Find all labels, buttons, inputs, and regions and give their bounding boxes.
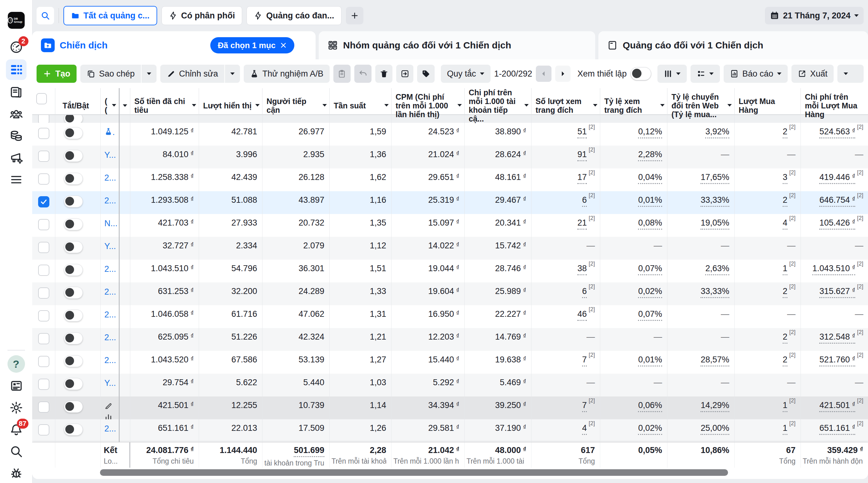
- cell-pur: 4[2]: [735, 214, 801, 237]
- row-toggle[interactable]: [64, 196, 83, 207]
- selected-count-pill[interactable]: Đã chọn 1 mục: [210, 37, 294, 54]
- campaign-name-link[interactable]: Y...: [104, 378, 116, 388]
- sidebar-item-billing[interactable]: [6, 126, 27, 146]
- row-checkbox[interactable]: [38, 401, 50, 413]
- row-checkbox[interactable]: [38, 333, 50, 344]
- row-toggle[interactable]: [64, 150, 83, 162]
- sidebar-item-notifications[interactable]: 87: [6, 420, 27, 439]
- tag-button[interactable]: [417, 65, 434, 83]
- campaign-name-link[interactable]: Y...: [104, 150, 116, 160]
- sidebar-item-overview[interactable]: 2: [6, 37, 27, 57]
- scrollbar-thumb[interactable]: [100, 469, 728, 476]
- sidebar-item-news[interactable]: [6, 376, 27, 395]
- campaign-name-link[interactable]: N...: [104, 219, 118, 228]
- ab-test-button[interactable]: Thử nghiệm A/B: [244, 65, 330, 83]
- app-logo[interactable]: DB Group: [8, 12, 25, 29]
- empty-value: —: [787, 309, 796, 319]
- row-toggle[interactable]: [64, 264, 83, 276]
- campaign-name-link[interactable]: 2...: [104, 173, 116, 183]
- duplicate-button[interactable]: Sao chép: [80, 65, 141, 83]
- ads-panel-tab[interactable]: Quảng cáo đối với 1 Chiến dịch: [598, 31, 868, 59]
- edit-pencil-icon[interactable]: [104, 402, 113, 410]
- row-checkbox[interactable]: [38, 128, 50, 139]
- edit-more-button[interactable]: [225, 65, 240, 83]
- row-checkbox[interactable]: [38, 356, 50, 367]
- view-setup-toggle[interactable]: [630, 67, 651, 80]
- rules-button[interactable]: Quy tắc: [441, 65, 491, 83]
- export-more-button[interactable]: [837, 65, 864, 83]
- sidebar-item-all-tools[interactable]: [6, 170, 27, 189]
- row-checkbox[interactable]: [38, 115, 50, 123]
- campaigns-panel-tab[interactable]: Chiến dịch Đã chọn 1 mục: [32, 31, 316, 59]
- close-icon[interactable]: [280, 42, 287, 49]
- prev-page-button[interactable]: [536, 66, 551, 82]
- undo-button[interactable]: [354, 65, 372, 83]
- campaign-name-link[interactable]: .: [113, 127, 115, 137]
- row-checkbox[interactable]: [38, 424, 50, 436]
- campaign-name-link[interactable]: Y...: [104, 242, 116, 251]
- row-toggle[interactable]: [64, 173, 83, 185]
- add-tab-button[interactable]: [346, 7, 363, 24]
- sidebar-item-report-bug[interactable]: [6, 463, 27, 483]
- row-toggle[interactable]: [64, 378, 83, 390]
- sidebar-item-ads-settings[interactable]: [6, 148, 27, 167]
- sidebar-item-help[interactable]: ?: [6, 354, 27, 374]
- campaign-name-link[interactable]: 2...: [104, 356, 116, 365]
- campaign-name-link[interactable]: 2...: [104, 424, 116, 433]
- row-toggle[interactable]: [64, 241, 83, 253]
- review-publish-button[interactable]: [396, 65, 413, 83]
- chevron-down-icon: [147, 72, 151, 75]
- row-checkbox[interactable]: [38, 310, 50, 321]
- sidebar-item-campaigns[interactable]: [6, 59, 27, 80]
- row-toggle[interactable]: [64, 424, 83, 436]
- tab-had-delivery[interactable]: Có phân phối: [161, 6, 242, 25]
- table-row: .1.049.125₫42.78126.9771,5924.523₫38.890…: [32, 123, 868, 146]
- search-button[interactable]: [36, 7, 54, 24]
- tab-active-ads[interactable]: Quảng cáo đan...: [247, 6, 342, 25]
- row-checkbox[interactable]: [38, 219, 50, 230]
- row-toggle[interactable]: [64, 355, 83, 367]
- campaign-name-link[interactable]: 2...: [104, 333, 116, 343]
- create-button[interactable]: Tạo: [36, 65, 76, 83]
- duplicate-more-button[interactable]: [142, 65, 157, 83]
- edit-button[interactable]: Chỉnh sửa: [160, 65, 224, 83]
- row-checkbox[interactable]: [38, 287, 50, 299]
- row-toggle[interactable]: [64, 115, 83, 123]
- row-toggle[interactable]: [64, 127, 83, 139]
- metric-value: 33,33%: [701, 195, 729, 207]
- columns-button[interactable]: [657, 65, 687, 83]
- row-checkbox[interactable]: [38, 242, 50, 253]
- view-chart-icon[interactable]: [104, 412, 113, 419]
- row-toggle[interactable]: [64, 310, 83, 321]
- date-range-button[interactable]: 21 Tháng 7, 2024: [765, 7, 864, 24]
- campaign-name-link[interactable]: 2...: [104, 264, 116, 274]
- row-checkbox[interactable]: [38, 173, 50, 185]
- sidebar-item-audiences[interactable]: [6, 104, 27, 124]
- adsets-panel-tab[interactable]: Nhóm quảng cáo đối với 1 Chiến dịch: [319, 31, 595, 59]
- campaign-name-link[interactable]: 2...: [104, 196, 116, 205]
- row-checkbox[interactable]: [38, 265, 50, 276]
- sidebar-item-pages[interactable]: [6, 83, 27, 102]
- sidebar-item-search[interactable]: [6, 442, 27, 461]
- row-checkbox[interactable]: [38, 151, 50, 162]
- tab-all-ads[interactable]: Tất cả quảng c...: [63, 6, 157, 25]
- dong-symbol: ₫: [456, 355, 459, 362]
- metric-value: 28.624₫: [495, 150, 526, 159]
- row-toggle[interactable]: [64, 218, 83, 230]
- export-button[interactable]: Xuất: [792, 65, 834, 83]
- cell-lpr: 0,01%: [600, 351, 668, 374]
- row-checkbox[interactable]: [38, 196, 50, 207]
- row-toggle[interactable]: [64, 287, 83, 299]
- select-all-checkbox[interactable]: [36, 93, 47, 104]
- campaign-name-link[interactable]: 2...: [104, 310, 116, 320]
- row-checkbox[interactable]: [38, 379, 50, 390]
- next-page-button[interactable]: [555, 66, 570, 82]
- clipboard-button[interactable]: [333, 65, 350, 83]
- row-toggle[interactable]: [64, 401, 83, 413]
- sidebar-item-settings[interactable]: [6, 398, 27, 417]
- delete-button[interactable]: [375, 65, 393, 83]
- campaign-name-link[interactable]: 2...: [104, 287, 116, 297]
- breakdown-button[interactable]: [690, 65, 720, 83]
- row-toggle[interactable]: [64, 332, 83, 344]
- report-button[interactable]: Báo cáo: [724, 65, 788, 83]
